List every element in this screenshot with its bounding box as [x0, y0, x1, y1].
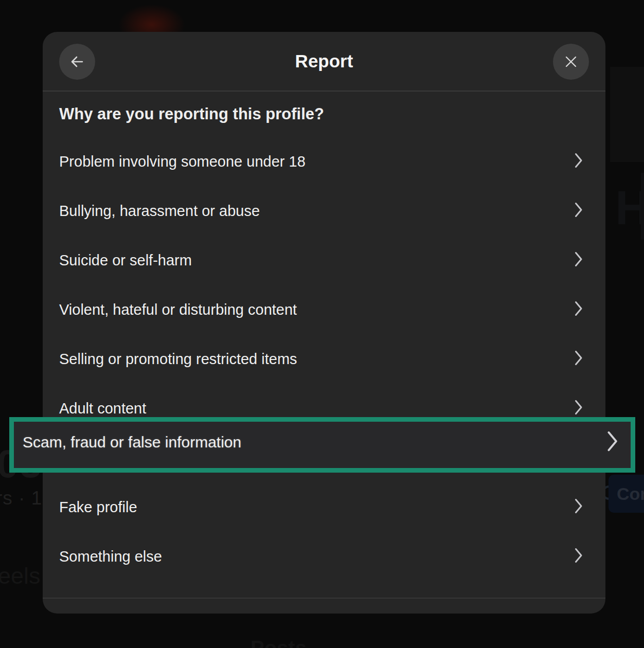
chevron-right-icon — [575, 498, 583, 516]
report-reason-list: Problem involving someone under 18 Bully… — [43, 137, 605, 433]
menu-item-bullying[interactable]: Bullying, harassment or abuse — [43, 186, 605, 236]
menu-item-label: Violent, hateful or disturbing content — [59, 301, 297, 318]
background-letter-fragment: H — [615, 181, 644, 235]
menu-item-label: Fake profile — [59, 499, 137, 516]
report-reason-list-bottom: Fake profile Something else — [43, 482, 605, 581]
annotation-highlight-box: Scam, fraud or false information — [9, 417, 635, 473]
menu-item-fake-profile[interactable]: Fake profile — [43, 482, 605, 532]
background-dim-bar — [641, 173, 644, 240]
chevron-right-icon — [575, 350, 583, 368]
chevron-right-icon — [575, 400, 583, 417]
chevron-right-icon — [575, 153, 583, 170]
chevron-right-icon — [607, 430, 618, 454]
chevron-right-icon — [575, 251, 583, 269]
dialog-question-heading: Why are you reporting this profile? — [43, 92, 605, 137]
close-button[interactable] — [553, 44, 589, 80]
background-reels-nav-fragment: eels — [0, 563, 41, 589]
chevron-right-icon — [575, 301, 583, 318]
close-icon — [562, 53, 580, 70]
background-contact-button-fragment: Con — [609, 475, 644, 513]
report-dialog: Report Why are you reporting this profil… — [43, 32, 605, 614]
menu-item-label: Scam, fraud or false information — [23, 434, 241, 451]
menu-item-label: Adult content — [59, 400, 146, 417]
chevron-right-icon — [575, 202, 583, 220]
dialog-header: Report — [43, 32, 605, 92]
screen: { "modal": { "title": "Report", "heading… — [0, 0, 644, 648]
menu-item-something-else[interactable]: Something else — [43, 532, 605, 581]
menu-item-under-18[interactable]: Problem involving someone under 18 — [43, 137, 605, 186]
menu-item-label: Bullying, harassment or abuse — [59, 203, 260, 220]
menu-item-label: Selling or promoting restricted items — [59, 351, 297, 368]
divider — [43, 598, 605, 599]
menu-item-label: Suicide or self-harm — [59, 252, 192, 269]
menu-item-suicide-self-harm[interactable]: Suicide or self-harm — [43, 236, 605, 285]
menu-item-label: Problem involving someone under 18 — [59, 153, 306, 170]
menu-item-restricted-items[interactable]: Selling or promoting restricted items — [43, 334, 605, 384]
menu-item-label: Something else — [59, 548, 162, 565]
menu-item-violent-content[interactable]: Violent, hateful or disturbing content — [43, 285, 605, 334]
background-tab-fragment: Posts — [251, 637, 307, 648]
background-dim-block — [610, 67, 644, 162]
dialog-title: Report — [43, 32, 605, 91]
chevron-right-icon — [575, 548, 583, 565]
menu-item-scam-fraud[interactable]: Scam, fraud or false information — [14, 422, 631, 468]
